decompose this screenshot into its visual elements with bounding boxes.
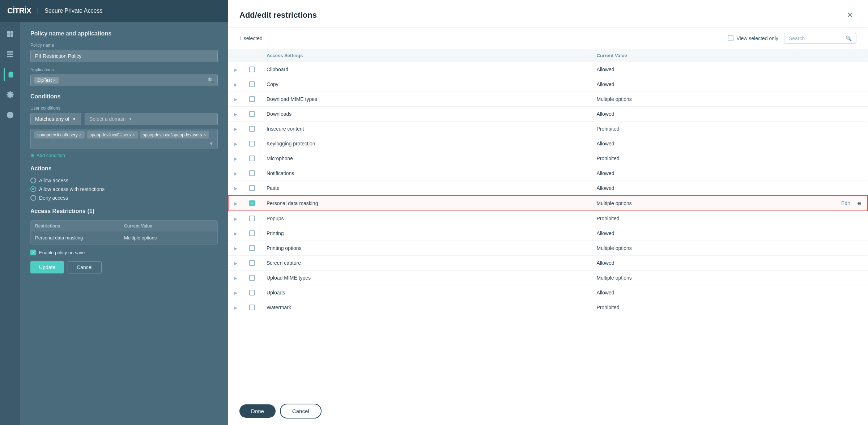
row-checkbox[interactable]: [243, 62, 261, 77]
radio-allow-access[interactable]: Allow access: [30, 178, 218, 183]
domain-tag-2: spaopdev.local\Users ×: [87, 131, 138, 139]
table-container: Access Settings Current Value ▶Clipboard…: [228, 49, 868, 397]
view-selected-row[interactable]: View selected only: [728, 35, 778, 41]
enable-policy-row[interactable]: Enable policy on save: [30, 250, 218, 255]
view-selected-checkbox[interactable]: [728, 35, 733, 41]
checkbox-empty[interactable]: [249, 126, 255, 132]
update-button[interactable]: Update: [30, 261, 64, 273]
expand-chevron[interactable]: ▶: [228, 62, 243, 77]
app-search-icon[interactable]: 🔍: [208, 77, 214, 83]
row-checkbox[interactable]: [243, 122, 261, 136]
checkbox-empty[interactable]: [249, 96, 255, 102]
checkbox-empty[interactable]: [249, 260, 255, 266]
expand-chevron[interactable]: ▶: [228, 300, 243, 315]
checkbox-empty[interactable]: [249, 81, 255, 87]
expand-chevron[interactable]: ▶: [228, 92, 243, 107]
domain-tag-3-remove[interactable]: ×: [204, 132, 206, 137]
edit-cell: [835, 77, 868, 92]
domain-tag-2-remove[interactable]: ×: [132, 132, 135, 137]
edit-cell: [835, 107, 868, 122]
expand-chevron[interactable]: ▶: [228, 181, 243, 196]
expand-chevron[interactable]: ▶: [228, 285, 243, 300]
expand-chevron[interactable]: ▶: [228, 226, 243, 241]
checkbox-empty[interactable]: [249, 170, 255, 176]
done-button[interactable]: Done: [239, 404, 276, 418]
policy-name-input[interactable]: [30, 50, 218, 62]
checkbox-empty[interactable]: [249, 245, 255, 251]
edit-cell[interactable]: Edit⊕: [835, 196, 868, 211]
row-checkbox[interactable]: [243, 211, 261, 226]
row-checkbox[interactable]: [243, 181, 261, 196]
radio-deny-access[interactable]: Deny access: [30, 195, 218, 201]
sidebar-icon-monitor[interactable]: [4, 109, 17, 122]
access-setting-value: Multiple options: [591, 271, 835, 285]
row-checkbox[interactable]: [243, 226, 261, 241]
enable-policy-checkbox[interactable]: [30, 250, 36, 255]
row-checkbox[interactable]: [243, 107, 261, 122]
more-tags-button[interactable]: ▼: [209, 141, 214, 146]
edit-link[interactable]: Edit: [841, 200, 850, 206]
expand-chevron[interactable]: ▶: [228, 166, 243, 181]
restrictions-table-row-0: Personal data masking Multiple options: [31, 231, 217, 244]
modal-title: Add/edit restrictions: [239, 10, 317, 20]
row-checkbox[interactable]: [243, 285, 261, 300]
sidebar-icon-pages[interactable]: [4, 48, 17, 61]
row-checkbox[interactable]: [243, 241, 261, 256]
row-checkbox[interactable]: [243, 271, 261, 285]
expand-chevron[interactable]: ▶: [228, 271, 243, 285]
svg-rect-1: [10, 31, 13, 34]
row-checkbox[interactable]: [243, 136, 261, 151]
checkbox-empty[interactable]: [249, 67, 255, 72]
user-conditions-label: User conditions: [30, 106, 218, 111]
radio-allow-with-restrictions[interactable]: Allow access with restrictions: [30, 186, 218, 192]
checkbox-empty[interactable]: [249, 141, 255, 146]
expand-chevron[interactable]: ▶: [228, 241, 243, 256]
checkbox-empty[interactable]: [249, 185, 255, 191]
row-checkbox[interactable]: [243, 92, 261, 107]
close-button[interactable]: ✕: [843, 9, 856, 22]
sidebar-icon-settings[interactable]: [4, 88, 17, 101]
cancel-button-modal[interactable]: Cancel: [280, 404, 322, 418]
select-domain-dropdown[interactable]: Select a domain ▼: [85, 113, 218, 125]
checkbox-empty[interactable]: [249, 275, 255, 281]
checkbox-empty[interactable]: [249, 290, 255, 296]
checkbox-empty[interactable]: [249, 156, 255, 161]
checkbox-empty[interactable]: [249, 230, 255, 236]
checkbox-empty[interactable]: [249, 216, 255, 221]
app-tag-remove[interactable]: ×: [53, 78, 56, 83]
row-checkbox[interactable]: [243, 196, 261, 211]
access-setting-value: Allowed: [591, 136, 835, 151]
row-checkbox[interactable]: [243, 77, 261, 92]
search-box[interactable]: 🔍: [784, 33, 856, 44]
row-checkbox[interactable]: [243, 166, 261, 181]
policy-section-title: Policy name and applications: [30, 30, 218, 37]
add-condition-button[interactable]: ⊕ Add condition: [30, 153, 218, 158]
expand-chevron[interactable]: ▶: [228, 256, 243, 271]
conditions-title: Conditions: [30, 93, 218, 100]
expand-chevron[interactable]: ▶: [228, 136, 243, 151]
expand-col-header: [228, 49, 243, 62]
table-row: ▶DownloadsAllowed: [228, 107, 868, 122]
restrictions-table: Restrictions Current Value Personal data…: [30, 220, 218, 245]
cancel-button-left[interactable]: Cancel: [68, 261, 102, 273]
sidebar-icon-policies[interactable]: [4, 68, 17, 81]
expand-chevron[interactable]: ▶: [228, 151, 243, 166]
row-checkbox[interactable]: [243, 300, 261, 315]
checkbox-empty[interactable]: [249, 111, 255, 117]
row-checkbox[interactable]: [243, 151, 261, 166]
expand-chevron[interactable]: ▶: [228, 122, 243, 136]
sidebar-icon-dashboard[interactable]: [4, 27, 17, 41]
search-input[interactable]: [789, 35, 843, 41]
modal-header: Add/edit restrictions ✕: [228, 0, 868, 28]
row-checkbox[interactable]: [243, 256, 261, 271]
expand-chevron[interactable]: ▶: [228, 77, 243, 92]
applications-input[interactable]: DlpTest × 🔍: [30, 75, 218, 86]
expand-chevron[interactable]: ▶: [228, 107, 243, 122]
expand-chevron[interactable]: ▶: [228, 196, 243, 211]
matches-any-dropdown[interactable]: Matches any of ▼: [30, 113, 81, 125]
checkbox-checked[interactable]: [249, 200, 255, 206]
table-row: ▶NotificationsAllowed: [228, 166, 868, 181]
expand-chevron[interactable]: ▶: [228, 211, 243, 226]
checkbox-empty[interactable]: [249, 305, 255, 310]
domain-tag-1-remove[interactable]: ×: [79, 132, 82, 137]
